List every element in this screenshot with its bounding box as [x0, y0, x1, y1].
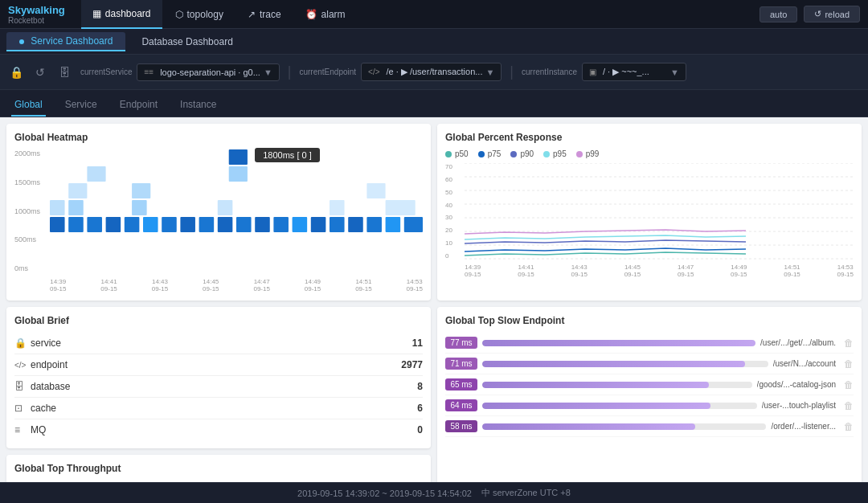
logo-sub: Rocketbot: [8, 16, 65, 25]
slowep-item: 77 ms /user/.../get/.../album. 🗑: [445, 333, 854, 354]
svg-rect-20: [199, 217, 215, 232]
brief-item-endpoint: </> endpoint 2977: [14, 354, 423, 376]
reload-icon: ↺: [814, 9, 821, 19]
delete-icon[interactable]: 🗑: [844, 421, 854, 432]
time-range: 2019-09-15 14:39:02 ~ 2019-09-15 14:54:0…: [297, 489, 472, 498]
svg-rect-11: [386, 200, 416, 215]
svg-rect-27: [330, 217, 345, 232]
svg-rect-26: [311, 217, 326, 232]
instance-dropdown[interactable]: ▣ / · ▶ ~~~_... ▼: [582, 63, 686, 81]
bottom-bar: 2019-09-15 14:39:02 ~ 2019-09-15 14:54:0…: [0, 482, 868, 503]
global-top-throughput-panel: Global Top Throughput 112358 cpm u-a... …: [6, 455, 431, 482]
chevron-down-icon: ▼: [670, 67, 679, 77]
delete-icon[interactable]: 🗑: [844, 337, 854, 349]
sub-tab-instance[interactable]: Instance: [177, 94, 219, 117]
svg-rect-23: [255, 217, 270, 232]
svg-rect-3: [68, 183, 87, 198]
heatmap-container: 2000ms 1500ms 1000ms 500ms 0ms 1800ms [ …: [14, 149, 423, 292]
svg-rect-14: [87, 217, 102, 232]
nav-tab-topology[interactable]: ⬡ topology: [164, 0, 235, 29]
svg-rect-25: [293, 217, 308, 232]
brief-item-mq: ≡ MQ 0: [14, 419, 423, 440]
nav-tab-trace[interactable]: ↗ trace: [236, 0, 293, 29]
svg-rect-0: [229, 149, 248, 165]
reload-button[interactable]: ↺ reload: [804, 6, 860, 22]
topology-icon: ⬡: [175, 9, 183, 20]
brief-item-database: 🗄 database 8: [14, 376, 423, 398]
dash-tab-service[interactable]: Service Dashboard: [6, 32, 125, 51]
global-heatmap-panel: Global Heatmap 2000ms 1500ms 1000ms 500m…: [6, 124, 431, 301]
svg-rect-4: [132, 183, 150, 198]
top-nav: Skywalking Rocketbot ▦ dashboard ⬡ topol…: [0, 0, 868, 29]
svg-rect-10: [330, 200, 345, 215]
slowep-bar: [482, 403, 710, 409]
logo: Skywalking Rocketbot: [8, 4, 65, 25]
sub-tabs: Global Service Endpoint Instance: [0, 90, 868, 117]
heatmap-chart: [50, 149, 423, 274]
mq-icon: ≡: [14, 424, 31, 436]
global-brief-panel: Global Brief 🔒 service 11 </> endpoint 2…: [6, 307, 431, 448]
nav-tab-alarm[interactable]: ⏰ alarm: [294, 0, 357, 29]
selector-bar: 🔒 ↺ 🗄 currentService ≡≡ logo-separation-…: [0, 55, 868, 90]
svg-rect-30: [386, 217, 401, 232]
svg-rect-19: [180, 217, 195, 232]
slowep-bar-bg: [482, 382, 752, 388]
trace-icon: ↗: [248, 9, 256, 20]
svg-rect-24: [273, 217, 289, 232]
delete-icon[interactable]: 🗑: [844, 358, 854, 370]
nav-right: auto ↺ reload: [760, 6, 860, 22]
service-dropdown[interactable]: ≡≡ logo-separation-api · g0... ▼: [137, 63, 279, 81]
throughput-item: 112358 cpm u-a... 🗑: [14, 481, 423, 482]
slowep-bar: [482, 382, 709, 388]
svg-rect-1: [87, 166, 105, 182]
legend-p90: p90: [510, 149, 534, 158]
delete-icon[interactable]: 🗑: [844, 379, 854, 391]
slowep-item: 71 ms /user/N.../account 🗑: [445, 354, 854, 374]
slowep-bar-bg: [482, 361, 768, 367]
timezone: 中 serverZone UTC +8: [481, 487, 571, 499]
svg-rect-7: [68, 200, 84, 215]
chevron-down-icon: ▼: [485, 67, 494, 77]
dash-tabs: Service Dashboard Database Dashboard: [0, 29, 868, 55]
lock-icon: 🔒: [8, 66, 24, 79]
sub-tab-endpoint[interactable]: Endpoint: [117, 94, 161, 117]
service-icon: 🔒: [14, 337, 31, 349]
svg-rect-5: [366, 183, 385, 198]
sub-tab-service[interactable]: Service: [62, 94, 100, 117]
global-top-slow-endpoint-panel: Global Top Slow Endpoint 77 ms /user/...…: [437, 307, 862, 482]
chevron-down-icon: ▼: [264, 67, 272, 77]
throughput-title: Global Top Throughput: [14, 463, 423, 474]
instance-selector-group: currentInstance ▣ / · ▶ ~~~_... ▼: [522, 63, 686, 81]
slowep-bar: [482, 340, 755, 346]
legend-p50: p50: [445, 149, 469, 158]
percent-response-chart: [465, 163, 854, 260]
main-content: Global Heatmap 2000ms 1500ms 1000ms 500m…: [0, 117, 868, 482]
slowep-bar-bg: [482, 340, 755, 346]
refresh-icon[interactable]: ↺: [32, 66, 48, 79]
service-dash-indicator: [19, 39, 24, 44]
svg-rect-22: [236, 217, 252, 232]
service-selector-group: currentService ≡≡ logo-separation-api · …: [80, 63, 280, 81]
svg-rect-2: [229, 166, 248, 182]
brief-item-cache: ⊡ cache 6: [14, 398, 423, 419]
sub-tab-global[interactable]: Global: [11, 94, 46, 117]
nav-tab-dashboard[interactable]: ▦ dashboard: [81, 0, 162, 29]
brief-list: 🔒 service 11 </> endpoint 2977 🗄 databas…: [14, 333, 423, 440]
svg-rect-31: [404, 217, 423, 232]
svg-rect-9: [218, 200, 233, 215]
throughput-list: 112358 cpm u-a... 🗑 5162 cpm r-api 🗑 60 …: [14, 481, 423, 482]
slowep-item: 64 ms /user-...touch-playlist 🗑: [445, 395, 854, 416]
percent-chart-container: 70 60 50 40 30 20 10 0: [445, 163, 854, 278]
delete-icon[interactable]: 🗑: [844, 400, 854, 411]
auto-button[interactable]: auto: [760, 6, 797, 22]
slow-endpoint-list: 77 ms /user/.../get/.../album. 🗑 71 ms /…: [445, 333, 854, 437]
dash-tab-database[interactable]: Database Dashboard: [129, 33, 245, 51]
dashboard-icon: ▦: [92, 8, 101, 19]
heatmap-title: Global Heatmap: [14, 132, 423, 143]
svg-rect-16: [125, 217, 140, 232]
slow-endpoint-title: Global Top Slow Endpoint: [445, 315, 854, 326]
percent-legend: p50 p75 p90 p95 p99: [445, 149, 854, 158]
svg-rect-18: [162, 217, 177, 232]
endpoint-dropdown[interactable]: </> /e · ▶ /user/transaction... ▼: [361, 63, 502, 81]
logo-text: Skywalking: [8, 4, 65, 16]
